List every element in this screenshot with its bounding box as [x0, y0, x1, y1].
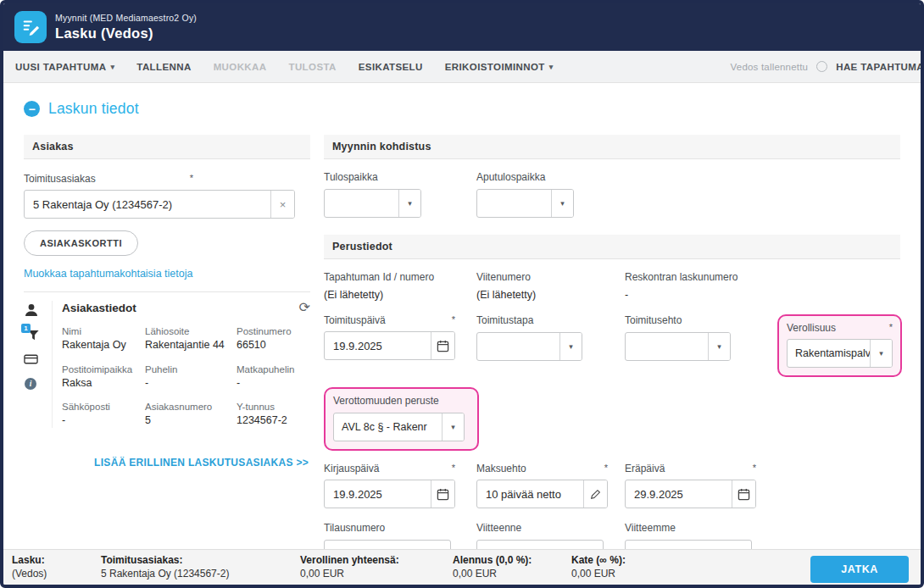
asiakas-section-header: Asiakas [24, 135, 310, 159]
field-matkapuhelin: Matkapuhelin - [237, 364, 310, 391]
toimitusasiakas-label: Toimitusasiakas [24, 173, 96, 185]
field-y-tunnus: Y-tunnus 1234567-2 [237, 402, 310, 428]
aputulospaikka-select[interactable]: ▾ [476, 189, 574, 218]
main-content: − Laskun tiedot Asiakas Toimitusasiakas … [3, 83, 921, 582]
calendar-icon[interactable] [732, 480, 755, 508]
field-nimi: Nimi Rakentaja Oy [62, 326, 138, 352]
chevron-down-icon: ▾ [559, 333, 582, 360]
kirjauspaiva-field: Kirjauspäivä * 19.9.2025 [324, 463, 476, 508]
verollisuus-select[interactable]: Rakentamispalve ▾ [787, 339, 893, 368]
refresh-icon[interactable]: ⟳ [299, 301, 310, 314]
count-badge: 1 [21, 324, 31, 333]
field-sahkoposti: Sähköposti - [62, 402, 138, 428]
footer-verollinen-yhteensa: Verollinen yhteensä: 0,00 EUR [300, 554, 444, 580]
toolbar: UUSI TAPAHTUMA ▾ TALLENNA MUOKKAA TULOST… [3, 51, 921, 83]
toimituspaiva-input[interactable]: 19.9.2025 [324, 331, 455, 360]
page-title: Lasku (Vedos) [55, 25, 197, 42]
person-icon[interactable] [24, 302, 42, 318]
reskontran-laskunumero-field: Reskontran laskunumero - [625, 271, 777, 301]
calendar-icon[interactable] [431, 332, 454, 359]
field-postitoimipaikka: Postitoimipaikka Raksa [62, 364, 138, 391]
myynnin-kohdistus-header: Myynnin kohdistus [324, 135, 900, 159]
chevron-down-icon: ▾ [870, 340, 892, 367]
verottomuuden-peruste-highlight-box: Verottomuuden peruste AVL 8c § - Rakenr … [324, 387, 479, 451]
toolbar-uusi-tapahtuma-button[interactable]: UUSI TAPAHTUMA ▾ [15, 62, 114, 72]
toimitustapa-field: Toimitustapa ▾ [476, 314, 625, 377]
dates-row: Kirjauspäivä * 19.9.2025 Maksuehto [324, 463, 900, 508]
toimitusehto-field: Toimitusehto ▾ [625, 314, 777, 377]
invoice-details-panel: Myynnin kohdistus Tulospaikka ▾ Aputulos… [324, 135, 900, 582]
field-asiakasnumero: Asiakasnumero 5 [145, 402, 230, 428]
draft-saved-status: Vedos tallennettu [731, 62, 809, 72]
asiakaskortti-button[interactable]: ASIAKASKORTTI [24, 230, 138, 256]
field-puhelin: Puhelin - [145, 364, 230, 391]
maksuehto-input[interactable]: 10 päivää netto [476, 480, 608, 508]
app-context: Myynnit (MED Mediamaestro2 Oy) [55, 13, 197, 23]
jatka-button[interactable]: JATKA [810, 556, 909, 583]
toolbar-hae-tapahtuma-button[interactable]: HAE TAPAHTUMA [836, 62, 924, 72]
pencil-icon[interactable] [583, 480, 607, 508]
toimituspaiva-field: Toimituspäivä * 19.9.2025 [324, 314, 476, 377]
clear-icon[interactable]: × [270, 191, 294, 218]
tulospaikka-select[interactable]: ▾ [324, 189, 421, 218]
collapse-icon[interactable]: − [24, 101, 40, 117]
verottomuuden-peruste-select[interactable]: AVL 8c § - Rakenr ▾ [333, 413, 465, 441]
chevron-down-icon: ▾ [708, 333, 730, 360]
tapahtuman-id-field: Tapahtuman Id / numero (Ei lähetetty) [324, 271, 476, 301]
customer-details-panel: 1 i Asiakastiedot ⟳ [24, 291, 310, 428]
customer-icon-strip: 1 i [24, 301, 53, 428]
toimitusasiakas-input[interactable]: 5 Rakentaja Oy (1234567-2) × [24, 190, 295, 219]
chevron-down-icon: ▾ [442, 413, 464, 441]
erapaiva-field: Eräpäivä * 29.9.2025 [625, 463, 777, 508]
info-icon[interactable]: i [24, 376, 42, 391]
sales-allocation-row: Tulospaikka ▾ Aputulospaikka ▾ [324, 171, 900, 218]
card-icon[interactable] [24, 352, 42, 367]
footer-toimitusasiakas: Toimitusasiakas: 5 Rakentaja Oy (1234567… [101, 554, 292, 580]
field-postinumero: Postinumero 66510 [237, 326, 310, 352]
toolbar-erikoistoiminnot-button[interactable]: ERIKOISTOIMINNOT ▾ [445, 62, 554, 72]
customer-panel: Asiakas Toimitusasiakas * 5 Rakentaja Oy… [24, 135, 310, 582]
customer-fields-grid: Nimi Rakentaja Oy Lähiosoite Rakentajant… [62, 326, 310, 428]
app-window: Myynnit (MED Mediamaestro2 Oy) Lasku (Ve… [0, 0, 924, 588]
svg-text:i: i [30, 380, 32, 388]
required-mark: * [190, 173, 193, 185]
summary-footer: Lasku: (Vedos) Toimitusasiakas: 5 Rakent… [3, 549, 921, 585]
app-header: Myynnit (MED Mediamaestro2 Oy) Lasku (Ve… [3, 3, 921, 51]
verollisuus-cell: Verollisuus * Rakentamispalve ▾ [777, 314, 900, 377]
chevron-down-icon: ▾ [398, 190, 420, 217]
delivery-row: Toimituspäivä * 19.9.2025 Toimitustapa [324, 314, 900, 377]
section-laskun-tiedot-header[interactable]: − Laskun tiedot [24, 100, 900, 118]
tax-exemption-row: Verottomuuden peruste AVL 8c § - Rakenr … [324, 387, 900, 451]
footer-kate: Kate (∞ %): 0,00 EUR [571, 554, 673, 580]
erapaiva-input[interactable]: 29.9.2025 [625, 480, 756, 508]
toimitustapa-select[interactable]: ▾ [476, 332, 582, 361]
filter-tab-icon[interactable]: 1 [24, 327, 42, 342]
toimitusasiakas-label-row: Toimitusasiakas * [24, 173, 193, 185]
chevron-down-icon: ▾ [551, 190, 573, 217]
edit-document-icon [14, 11, 47, 43]
asiakastiedot-title: Asiakastiedot [62, 302, 136, 314]
tulospaikka-field: Tulospaikka ▾ [324, 171, 476, 218]
kirjauspaiva-input[interactable]: 19.9.2025 [324, 480, 455, 508]
footer-alennus: Alennus (0,0 %): 0,00 EUR [453, 554, 563, 580]
lisaa-laskutusasiakas-link[interactable]: LISÄÄ ERILLINEN LASKUTUSASIAKAS >> [24, 457, 310, 469]
chevron-down-icon: ▾ [549, 63, 554, 71]
toimitusehto-select[interactable]: ▾ [625, 332, 731, 361]
muokkaa-tietoja-link[interactable]: Muokkaa tapahtumakohtaisia tietoja [24, 268, 310, 280]
header-titles: Myynnit (MED Mediamaestro2 Oy) Lasku (Ve… [55, 13, 197, 42]
aputulospaikka-field: Aputulospaikka ▾ [476, 171, 625, 218]
section-title: Laskun tiedot [48, 100, 139, 118]
aputulospaikka-label: Aputulospaikka [476, 171, 625, 183]
toolbar-esikatselu-button[interactable]: ESIKATSELU [359, 62, 423, 72]
footer-lasku: Lasku: (Vedos) [12, 554, 92, 580]
maksuehto-field: Maksuehto * 10 päivää netto [476, 463, 625, 508]
toolbar-tulosta-button: TULOSTA [288, 62, 336, 72]
field-lahiosoite: Lähiosoite Rakentajantie 44 [145, 326, 230, 352]
perustiedot-header: Perustiedot [324, 235, 900, 259]
toolbar-tallenna-button[interactable]: TALLENNA [136, 62, 191, 72]
calendar-icon[interactable] [431, 480, 454, 508]
tulospaikka-label: Tulospaikka [324, 171, 476, 183]
verollisuus-highlight-box: Verollisuus * Rakentamispalve ▾ [777, 314, 902, 377]
viitenumero-field: Viitenumero (Ei lähetetty) [476, 271, 625, 301]
customer-details: Asiakastiedot ⟳ Nimi Rakentaja Oy Lähios… [53, 301, 310, 428]
